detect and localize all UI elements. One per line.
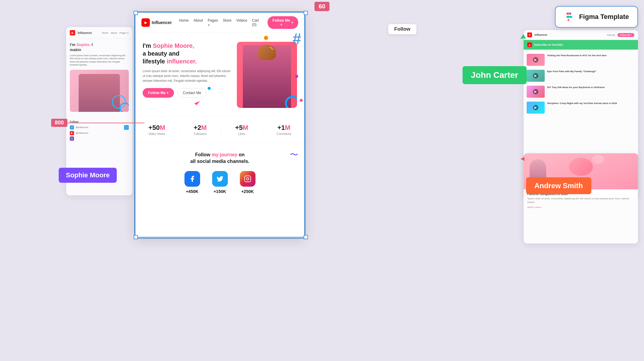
mf-stat-divider-3 (262, 125, 263, 134)
rp-video-title-3: DIY Tiny Gift Ideas for your Boyfriend o… (547, 86, 605, 98)
mf-stat-divider-1 (179, 125, 180, 134)
lp-nav-home: Home (102, 32, 108, 34)
rp-nav: Influencer Cart (0) Follow Me + (524, 30, 638, 40)
mf-hero-image (237, 42, 297, 108)
mf-stat-likes: +5M Likes (235, 124, 248, 136)
lp-twitter-handle: @influencer (76, 126, 88, 129)
rp-thumb-2 (527, 70, 545, 82)
lp-twitter-row: t @influencer → (70, 125, 129, 130)
mf-stat-views-number: +50M (148, 124, 165, 132)
mf-nav-cart: Cart (0) (252, 18, 263, 27)
lp-nav-pages: Pages ∨ (119, 32, 129, 34)
measure-label-800: 800 (51, 119, 67, 127)
rp-subscribe-bar: Subscribe on YouTube (524, 40, 638, 50)
mf-stats-section: +50M Video Views +2M Followers +5M Likes… (135, 116, 304, 143)
mf-hero-heading: I'm Sophie Moore, a beauty and lifestyle… (143, 42, 232, 65)
svg-rect-0 (245, 176, 251, 182)
mf-instagram-item: +250K (240, 171, 255, 194)
corner-handle-bl[interactable] (134, 235, 138, 239)
mf-hero-role: influencer. (167, 58, 197, 65)
john-carter-label: John Carter (463, 66, 527, 84)
lp-twitter-icon: t (70, 125, 74, 130)
rb-link[interactable]: Watch Video › (527, 206, 634, 209)
rp-video-item-2: Epic Pool Fails with My Family "Challeng… (524, 68, 638, 84)
rp-logo-icon (527, 32, 532, 37)
mf-twitter-icon (212, 171, 228, 187)
mf-hero-text: I'm Sophie Moore, a beauty and lifestyle… (143, 42, 237, 108)
mf-nav-links: Home About Pages Store Videos (179, 18, 247, 27)
rp-video-title-4: Storytime: Crazy Night with my YouTube f… (547, 102, 617, 114)
corner-handle-tl[interactable] (134, 11, 138, 15)
lp-youtube-icon: ▶ (70, 131, 74, 135)
lp-heading: I'm Sophie. Imakin (70, 42, 129, 53)
mf-stat-likes-label: Likes (235, 132, 248, 136)
lp-hero-image (70, 70, 129, 112)
rb-desc: *ipsum dolor sit amet, consectetur adipi… (527, 197, 634, 204)
measure-label-60: 60 (314, 2, 330, 11)
lp-youtube-row: ▶ @influencer (70, 131, 129, 135)
rp-video-item-4: Storytime: Crazy Night with my YouTube f… (524, 100, 638, 116)
mf-follow-me-button[interactable]: Follow Me + (143, 88, 174, 98)
mf-twitter-item: +150K (212, 171, 228, 194)
rp-subscribe-icon (527, 42, 532, 47)
rp-video-title-1: Visiting the Pink Restaurant in NYC for … (547, 54, 607, 66)
mf-hero-para: Lorem ipsum dolor sit amet, consectetur … (143, 69, 232, 83)
lp-twitch-row: tw (70, 136, 129, 141)
figma-template-text: Figma Template (579, 13, 629, 21)
mf-stat-likes-number: +5M (235, 124, 248, 132)
lp-brand-text: Influencer (78, 31, 92, 35)
mf-social-section: Follow my journey on all social media ch… (135, 143, 304, 202)
rp-follow-btn[interactable]: Follow Me + (618, 33, 634, 37)
measure-line-800 (60, 123, 144, 123)
lp-hero-section: I'm Sophie. Imakin Lorem ipsum dolor sit… (66, 39, 132, 118)
corner-handle-br[interactable] (304, 235, 308, 239)
rp-video-item-1: Visiting the Pink Restaurant in NYC for … (524, 52, 638, 68)
mf-facebook-item: +450K (184, 171, 200, 194)
lp-nav-about: About (111, 32, 117, 34)
lp-hero-text: I'm Sophie. Imakin Lorem ipsum dolor sit… (70, 42, 129, 67)
mf-stat-followers: +2M Followers (194, 124, 206, 136)
rp-brand: Influencer (534, 33, 547, 36)
main-frame-nav: ▶ Influencer Home About Pages Store Vide… (135, 13, 304, 33)
mf-follow-button[interactable]: Follow Me + (268, 16, 298, 29)
mf-twitter-count: +150K (212, 189, 228, 194)
red-cursor-decoration: ◄ (519, 155, 526, 163)
mf-hero-name: Sophie Moore, (153, 42, 194, 49)
mf-contact-button[interactable]: Contact Me (178, 88, 206, 98)
rp-video-list: Visiting the Pink Restaurant in NYC for … (524, 50, 638, 118)
rb-preview-card: Favorite Sunglasses of 2020 *ipsum dolor… (524, 153, 638, 243)
mf-facebook-icon (184, 171, 200, 187)
figma-badge: Figma Template (555, 6, 638, 28)
lp-follow-section: Follow t @influencer → ▶ @influencer tw (66, 118, 132, 144)
lp-hero-para: Lorem ipsum dolor sit amet, consectetur … (70, 54, 129, 67)
main-frame: ▶ Influencer Home About Pages Store Vide… (135, 12, 305, 237)
mf-dot-purple-1 (295, 75, 298, 78)
rp-subscribe-text: Subscribe on YouTube (534, 43, 563, 46)
mf-nav-about: About (194, 18, 203, 27)
lp-youtube-handle: @influencer (76, 132, 88, 134)
mf-stat-comments-label: Comments (277, 132, 291, 136)
mf-nav-home: Home (179, 18, 189, 27)
rp-video-item-3: DIY Tiny Gift Ideas for your Boyfriend o… (524, 84, 638, 100)
rp-thumb-4 (527, 102, 545, 114)
lp-nav-items: Home About Pages ∨ (102, 32, 129, 34)
mf-instagram-count: +250K (240, 189, 255, 194)
mf-nav-videos: Videos (236, 18, 247, 27)
corner-handle-tr[interactable] (304, 11, 308, 15)
rp-thumb-3 (527, 86, 545, 98)
mf-logo: ▶ Influencer (141, 18, 172, 27)
mf-stat-followers-label: Followers (194, 132, 206, 136)
rp-thumb-1 (527, 54, 545, 66)
mf-stat-video-views: +50M Video Views (148, 124, 165, 136)
mf-instagram-icon (240, 171, 255, 187)
lp-logo-icon (70, 30, 75, 35)
lp-twitch-icon: tw (70, 136, 74, 141)
mf-nav-store: Store (223, 18, 231, 27)
mf-dot-pink-1 (300, 99, 303, 102)
mf-stat-views-label: Video Views (148, 132, 165, 136)
mf-facebook-count: +450K (184, 189, 200, 194)
left-preview-nav: Influencer Home About Pages ∨ (66, 27, 132, 39)
mf-social-icons: +450K +150K +250K (141, 171, 298, 194)
mf-hero-section: I'm Sophie Moore, a beauty and lifestyle… (135, 33, 304, 114)
lp-twitter-link-icon: → (124, 125, 129, 130)
